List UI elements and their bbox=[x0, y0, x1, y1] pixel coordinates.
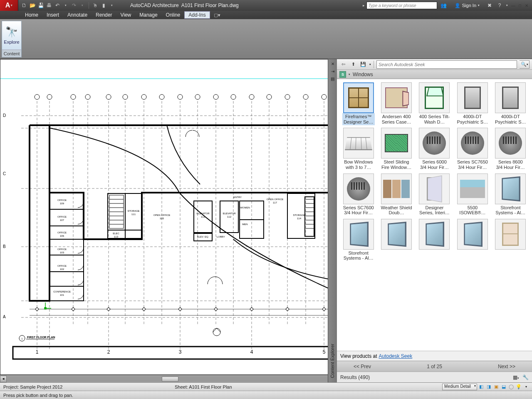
exchange-icon[interactable]: ✖ bbox=[486, 2, 493, 9]
product-item[interactable]: Storefront Systems - Al… bbox=[492, 173, 529, 216]
help-icon[interactable]: ? bbox=[496, 2, 503, 9]
svg-text:ENTRY: ENTRY bbox=[233, 196, 242, 198]
product-item[interactable]: Series 6000 3/4 Hour Fir… bbox=[416, 128, 453, 171]
tab-insert[interactable]: Insert bbox=[42, 11, 63, 19]
product-item[interactable] bbox=[492, 219, 529, 262]
product-item[interactable]: Bow Windows with 3 to 7… bbox=[340, 128, 376, 171]
product-item[interactable]: 4000i-DT Psychiatric S… bbox=[454, 82, 490, 125]
product-thumb bbox=[457, 173, 488, 204]
product-item[interactable]: 4000i-DT Psychiatric S… bbox=[492, 82, 529, 125]
autodesk-seek-link[interactable]: Autodesk Seek bbox=[379, 353, 413, 359]
product-item[interactable] bbox=[454, 219, 490, 262]
explore-button[interactable]: 🔭 Explore bbox=[2, 21, 21, 50]
sb-icon-4[interactable]: ⬓ bbox=[500, 384, 507, 390]
svg-text:FIRST FLOOR PLAN: FIRST FLOOR PLAN bbox=[27, 336, 55, 339]
panel-handle[interactable]: ✕ ⇥ ▤ Content Explorer bbox=[328, 59, 337, 382]
redo-icon[interactable]: ↷ bbox=[71, 2, 77, 9]
seek-icon[interactable]: S bbox=[339, 71, 346, 78]
tab-view[interactable]: View bbox=[116, 11, 135, 19]
svg-rect-1 bbox=[13, 347, 333, 359]
magnifier-icon: 🔍 bbox=[521, 62, 527, 67]
save-icon[interactable]: 💾 bbox=[37, 2, 44, 9]
up-icon[interactable]: ⬆ bbox=[349, 61, 357, 68]
svg-text:ELEVATOR: ELEVATOR bbox=[196, 212, 210, 215]
pointer-icon[interactable]: 🖱 bbox=[92, 2, 99, 9]
project-status-bar: Project: Sample Project 2012 Sheet: A101… bbox=[0, 382, 532, 391]
product-item[interactable] bbox=[378, 219, 414, 262]
product-item[interactable]: Weather Shield Doub… bbox=[378, 173, 414, 216]
sb-icon-6[interactable]: 💡 bbox=[515, 384, 522, 390]
svg-rect-82 bbox=[35, 307, 39, 311]
product-label: Storefront Systems - Al… bbox=[494, 204, 527, 216]
product-label: Steel Sliding Fire Window… bbox=[380, 159, 413, 171]
mobile-icon[interactable]: ▮ bbox=[100, 2, 107, 9]
signin-button[interactable]: 👤 Sign In ▾ bbox=[455, 3, 480, 8]
tab-manage[interactable]: Manage bbox=[135, 11, 161, 19]
save-search-icon[interactable]: 💾 bbox=[359, 61, 367, 68]
undo-dropdown-icon[interactable]: ▾ bbox=[62, 2, 69, 9]
infocenter-icon[interactable]: 👥 bbox=[440, 2, 447, 9]
product-label bbox=[494, 250, 527, 251]
tab-render[interactable]: Render bbox=[92, 11, 116, 19]
next-page-button[interactable]: Next >> bbox=[498, 364, 515, 369]
product-item[interactable]: 400 Series Tilt-Wash D… bbox=[416, 82, 453, 125]
command-prompt: Press pick button and drag to pan. bbox=[3, 393, 73, 398]
sb-icon-2[interactable]: ◨ bbox=[485, 384, 492, 390]
maximize-button[interactable]: □ bbox=[517, 2, 523, 8]
close-button[interactable]: ✕ bbox=[524, 2, 530, 8]
tab-home[interactable]: Home bbox=[21, 11, 42, 19]
product-item[interactable]: Andersen 400 Series Case… bbox=[378, 82, 414, 125]
product-item[interactable] bbox=[416, 219, 453, 262]
panel-menu-icon[interactable]: ▤ bbox=[330, 76, 336, 82]
product-item[interactable]: Storefront Systems - Al… bbox=[340, 219, 376, 262]
horizontal-scrollbar[interactable]: ◄ ► 6 bbox=[0, 375, 337, 382]
qat-dropdown-icon[interactable]: ▾ bbox=[109, 2, 115, 9]
product-item[interactable]: Designer Series, Interi… bbox=[416, 173, 453, 216]
product-thumb bbox=[381, 173, 412, 204]
sb-icon-5[interactable]: ◯ bbox=[508, 384, 515, 390]
product-item[interactable]: Steel Sliding Fire Window… bbox=[378, 128, 414, 171]
tab-online[interactable]: Online bbox=[162, 11, 185, 19]
back-icon[interactable]: ⇦ bbox=[339, 61, 347, 68]
prev-page-button[interactable]: << Prev bbox=[354, 364, 371, 369]
app-menu-button[interactable]: A bbox=[0, 0, 18, 11]
product-item[interactable]: Fireframes™ Designer Se… bbox=[340, 82, 376, 125]
tab-featured[interactable]: ▢▾ bbox=[213, 12, 222, 18]
print-icon[interactable]: 🖶 bbox=[46, 2, 52, 9]
search-button[interactable]: 🔍▾ bbox=[520, 60, 530, 69]
scroll-left-button[interactable]: ◄ bbox=[0, 376, 7, 382]
view-mode-icon[interactable]: ▦▾ bbox=[513, 374, 519, 380]
product-item[interactable]: 5500 ISOWEB®… bbox=[454, 173, 490, 216]
product-item[interactable]: Series 8600 3/4 Hour Fir… bbox=[492, 128, 529, 171]
product-item[interactable]: Series SC7650 3/4 Hour Fir… bbox=[454, 128, 490, 171]
svg-point-35 bbox=[195, 94, 200, 99]
tab-annotate[interactable]: Annotate bbox=[63, 11, 92, 19]
minimize-button[interactable]: — bbox=[510, 2, 516, 8]
sb-icon-3[interactable]: ▣ bbox=[493, 384, 500, 390]
panel-close-icon[interactable]: ✕ bbox=[330, 61, 336, 67]
breadcrumb-text[interactable]: Windows bbox=[353, 72, 373, 77]
global-search-input[interactable]: Type a keyword or phrase bbox=[366, 2, 437, 9]
drawing-viewport[interactable]: A B C D bbox=[0, 59, 337, 382]
sb-icon-7[interactable]: ▾ bbox=[523, 384, 530, 390]
detail-level-combo[interactable]: Medium Detail bbox=[442, 384, 477, 390]
seek-search-input[interactable]: Search Autodesk Seek bbox=[376, 60, 517, 69]
svg-rect-87 bbox=[214, 307, 218, 311]
svg-text:5: 5 bbox=[323, 349, 326, 355]
product-label: Series SC7650 3/4 Hour Fir… bbox=[456, 159, 489, 171]
panel-pin-icon[interactable]: ⇥ bbox=[330, 68, 336, 74]
open-icon[interactable]: 📂 bbox=[29, 2, 36, 9]
settings-icon[interactable]: 🔧 bbox=[522, 374, 529, 380]
svg-rect-84 bbox=[107, 307, 110, 311]
new-icon[interactable]: 🗋 bbox=[21, 2, 27, 9]
product-thumb bbox=[419, 128, 450, 159]
tab-addins[interactable]: Add-Ins bbox=[184, 11, 210, 19]
svg-point-42 bbox=[322, 94, 327, 99]
sb-icon-1[interactable]: ◧ bbox=[478, 384, 485, 390]
product-item[interactable]: Series SC7600 3/4 Hour Fir… bbox=[340, 173, 376, 216]
product-label: Series 8600 3/4 Hour Fir… bbox=[494, 159, 527, 171]
redo-dropdown-icon[interactable]: ▾ bbox=[79, 2, 86, 9]
svg-text:STORAGE: STORAGE bbox=[293, 214, 305, 216]
svg-rect-89 bbox=[286, 307, 289, 311]
undo-icon[interactable]: ↶ bbox=[54, 2, 61, 9]
